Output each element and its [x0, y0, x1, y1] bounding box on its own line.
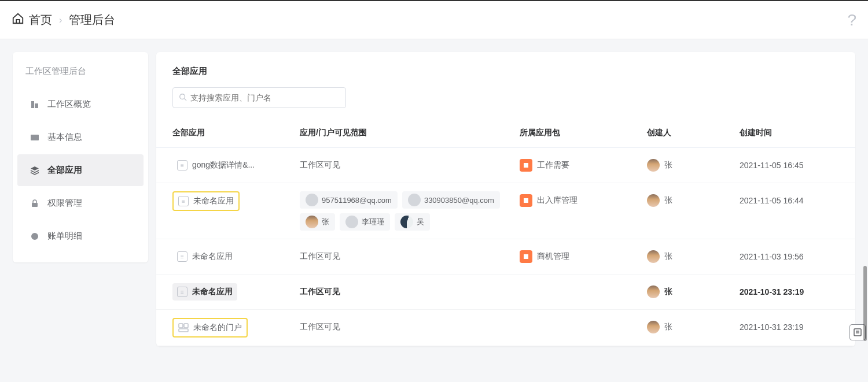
breadcrumb-current-label: 管理后台	[69, 12, 115, 28]
sidebar-item-label: 权限管理	[47, 198, 82, 209]
table-row[interactable]: 未命名的门户 工作区可见 张 2021-10-31 23:19	[156, 310, 855, 346]
search-box[interactable]	[172, 87, 346, 108]
time-cell: 2021-11-05 16:44	[740, 191, 844, 210]
app-name[interactable]: ≡ 未命名应用	[172, 283, 237, 301]
breadcrumb-home[interactable]: 首页	[12, 12, 52, 28]
member-chip[interactable]: 张	[300, 213, 335, 231]
visibility-cell: 工作区可见	[300, 156, 520, 175]
app-name-label: 未命名应用	[192, 251, 233, 262]
avatar	[647, 194, 660, 207]
package-label: 出入库管理	[537, 195, 578, 206]
app-name[interactable]: ≡ gong数据详情&...	[172, 157, 259, 174]
th-time: 创建时间	[740, 128, 844, 138]
chip-label: 330903850@qq.com	[424, 196, 494, 205]
package-icon	[520, 194, 532, 207]
lock-icon	[30, 199, 39, 208]
creator-cell: 张	[647, 247, 740, 266]
svg-rect-11	[179, 329, 188, 332]
card-icon	[30, 133, 39, 142]
sidebar: 工作区管理后台 工作区概览 基本信息 全部应用 权限管理	[13, 52, 148, 262]
avatar	[400, 216, 413, 228]
breadcrumb-current[interactable]: 管理后台	[69, 12, 115, 28]
sidebar-item-billing[interactable]: 账单明细	[17, 220, 144, 252]
sidebar-title: 工作区管理后台	[13, 61, 148, 87]
chip-label: 张	[322, 217, 329, 227]
sidebar-item-label: 全部应用	[47, 165, 82, 176]
building-icon	[30, 100, 39, 109]
search-icon	[179, 93, 187, 103]
sidebar-item-info[interactable]: 基本信息	[17, 121, 144, 153]
time-cell: 2021-10-31 23:19	[740, 283, 844, 301]
svg-rect-0	[31, 101, 34, 108]
search-input[interactable]	[190, 93, 340, 102]
sidebar-item-apps[interactable]: 全部应用	[17, 154, 144, 186]
sidebar-item-overview[interactable]: 工作区概览	[17, 88, 144, 120]
avatar	[408, 194, 421, 206]
app-icon: ≡	[178, 196, 189, 206]
sidebar-item-label: 账单明细	[47, 231, 82, 242]
member-chip[interactable]: 李瑾瑾	[340, 213, 390, 231]
package-cell: 出入库管理	[520, 191, 647, 210]
svg-point-4	[31, 233, 38, 240]
chip-label: 957511968@qq.com	[322, 196, 392, 205]
app-name-label: 未命名应用	[192, 287, 233, 297]
svg-rect-2	[31, 135, 39, 140]
coin-icon	[30, 232, 39, 241]
avatar	[647, 285, 660, 298]
creator-name: 张	[664, 287, 672, 297]
page-title: 全部应用	[156, 52, 855, 87]
creator-name: 张	[664, 251, 672, 262]
package-cell	[520, 318, 647, 336]
svg-rect-12	[854, 329, 861, 336]
avatar	[647, 250, 660, 263]
app-icon: ≡	[177, 160, 187, 170]
creator-cell: 张	[647, 283, 740, 301]
th-package: 所属应用包	[520, 128, 647, 138]
time-cell: 2021-11-05 16:45	[740, 156, 844, 175]
portal-icon	[178, 322, 189, 333]
table-header: 全部应用 应用/门户可见范围 所属应用包 创建人 创建时间	[156, 118, 855, 148]
main-panel: 全部应用 全部应用 应用/门户可见范围 所属应用包 创建人 创建时间 ≡ gon…	[156, 52, 855, 346]
sidebar-item-label: 工作区概览	[47, 99, 91, 110]
avatar	[647, 159, 660, 172]
app-name[interactable]: ≡ 未命名应用	[172, 191, 240, 211]
help-icon[interactable]: ?	[847, 11, 856, 29]
creator-name: 张	[664, 322, 672, 332]
member-chip[interactable]: 330903850@qq.com	[402, 191, 500, 209]
app-name[interactable]: ≡ 未命名应用	[172, 248, 237, 265]
package-icon	[520, 159, 532, 172]
app-name[interactable]: 未命名的门户	[172, 318, 248, 338]
th-visibility: 应用/门户可见范围	[300, 128, 520, 138]
creator-cell: 张	[647, 318, 740, 336]
avatar	[306, 216, 318, 228]
chevron-right-icon: ›	[59, 15, 62, 25]
visibility-cell: 工作区可见	[300, 283, 520, 301]
visibility-cell: 工作区可见	[300, 247, 520, 266]
creator-cell: 张	[647, 156, 740, 175]
table-row[interactable]: ≡ gong数据详情&... 工作区可见 工作需要 张 2021-11-05 1…	[156, 148, 855, 183]
th-creator: 创建人	[647, 128, 740, 138]
sidebar-item-permissions[interactable]: 权限管理	[17, 187, 144, 219]
member-chip[interactable]: 957511968@qq.com	[300, 191, 398, 209]
svg-rect-1	[35, 103, 38, 108]
member-chip[interactable]: 吴	[395, 213, 430, 231]
package-cell: 商机管理	[520, 247, 647, 266]
avatar	[345, 216, 358, 228]
avatar	[647, 321, 660, 333]
svg-rect-7	[524, 198, 528, 203]
table-row[interactable]: ≡ 未命名应用 957511968@qq.com 330903850@qq.co…	[156, 183, 855, 239]
svg-rect-6	[524, 163, 528, 168]
package-label: 工作需要	[537, 160, 569, 170]
table-row[interactable]: ≡ 未命名应用 工作区可见 商机管理 张 2021-11-03 19:56	[156, 239, 855, 275]
svg-rect-3	[32, 203, 38, 207]
scrollbar[interactable]	[863, 266, 867, 341]
table-row[interactable]: ≡ 未命名应用 工作区可见 张 2021-10-31 23:19	[156, 275, 855, 310]
breadcrumb: 首页 › 管理后台	[12, 12, 847, 28]
creator-cell: 张	[647, 191, 740, 210]
chip-label: 李瑾瑾	[362, 217, 384, 227]
home-icon	[12, 12, 24, 28]
app-name-label: 未命名应用	[193, 196, 234, 206]
visibility-cell: 工作区可见	[300, 318, 520, 336]
app-icon: ≡	[177, 287, 187, 297]
app-name-label: 未命名的门户	[193, 322, 242, 333]
